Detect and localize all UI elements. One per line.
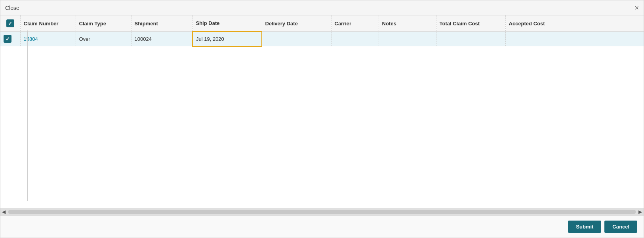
table-row: 15804 Over 100024 Jul 19, 2020 xyxy=(0,32,644,46)
claim-type-cell: Over xyxy=(76,32,131,46)
col-header-shipment: Shipment xyxy=(131,15,192,32)
scroll-track[interactable] xyxy=(8,210,636,214)
col-header-delivery-date: Delivery Date xyxy=(262,15,331,32)
scroll-right-arrow[interactable]: ▶ xyxy=(638,209,642,215)
select-all-header[interactable] xyxy=(0,15,20,32)
vertical-divider xyxy=(27,30,28,201)
claim-number-cell: 15804 xyxy=(20,32,76,46)
dialog-title: Close xyxy=(5,5,19,11)
col-header-total-claim-cost: Total Claim Cost xyxy=(436,15,505,32)
horizontal-scrollbar[interactable]: ◀ ▶ xyxy=(0,208,644,215)
row-checkbox[interactable] xyxy=(4,35,11,43)
cancel-button[interactable]: Cancel xyxy=(604,221,637,233)
close-dialog: Close × Claim Number Claim Ty xyxy=(0,0,644,238)
row-checkbox-cell[interactable] xyxy=(0,32,20,46)
col-header-accepted-cost: Accepted Cost xyxy=(505,15,644,32)
shipment-cell: 100024 xyxy=(131,32,192,46)
col-header-claim-number: Claim Number xyxy=(20,15,76,32)
notes-cell xyxy=(379,32,436,46)
ship-date-cell[interactable]: Jul 19, 2020 xyxy=(192,32,262,46)
col-header-notes: Notes xyxy=(379,15,436,32)
dialog-header: Close × xyxy=(0,0,644,15)
claim-number-link[interactable]: 15804 xyxy=(24,36,38,42)
submit-button[interactable]: Submit xyxy=(568,221,601,233)
carrier-cell xyxy=(331,32,379,46)
total-claim-cost-cell xyxy=(436,32,505,46)
col-header-ship-date: Ship Date xyxy=(192,15,262,32)
table-container: Claim Number Claim Type Shipment Ship Da… xyxy=(0,15,644,208)
accepted-cost-cell xyxy=(505,32,644,46)
table-header-row: Claim Number Claim Type Shipment Ship Da… xyxy=(0,15,644,32)
close-icon[interactable]: × xyxy=(634,4,639,11)
dialog-footer: Submit Cancel xyxy=(0,215,644,238)
claims-table: Claim Number Claim Type Shipment Ship Da… xyxy=(0,15,644,47)
select-all-checkbox[interactable] xyxy=(6,19,14,27)
delivery-date-cell xyxy=(262,32,331,46)
scroll-left-arrow[interactable]: ◀ xyxy=(2,209,6,215)
col-header-claim-type: Claim Type xyxy=(76,15,131,32)
col-header-carrier: Carrier xyxy=(331,15,379,32)
